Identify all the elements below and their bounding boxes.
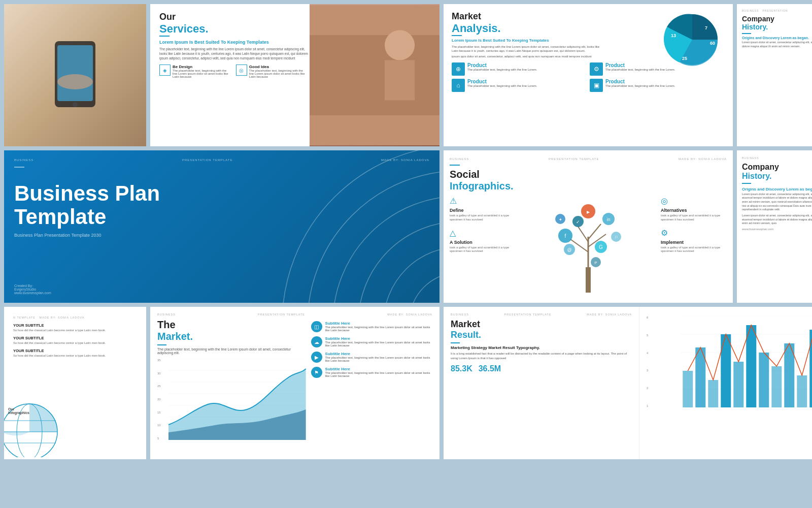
feature-2-desc: The placeholder text, beginning with the… — [249, 69, 309, 78]
slide9-right-item1: ◫ Subtitle Here The placeholder text, be… — [311, 321, 432, 332]
slide6-right: ◎ Alternatives took a galley of type and… — [661, 196, 727, 298]
slide6-content: ⚠ Define took a galley of type and scram… — [450, 196, 727, 298]
product-3-icon: ⌂ — [452, 79, 465, 92]
slide10-right: 6 5 4 3 2 1 — [639, 307, 812, 459]
slide6-separator — [450, 165, 460, 166]
svg-text:60: 60 — [710, 41, 715, 46]
slide-infographics-partial: N TEMPLATE MADE BY: SONIA LADOVA YOUR SU… — [4, 307, 146, 459]
svg-text:✦: ✦ — [559, 217, 562, 222]
svg-rect-72 — [708, 380, 719, 407]
slide7-bar — [742, 183, 751, 184]
define-icon: ⚠ — [450, 196, 516, 206]
slide10-y-labels: 6 5 4 3 2 1 — [647, 316, 650, 407]
slide-business-plan: BUSINESS PRESENTATION TEMPLATE MADE BY: … — [4, 150, 439, 303]
svg-text:G: G — [599, 244, 603, 250]
services-body: The placeholder text, beginning with the… — [159, 47, 309, 60]
slide5-title1: Business Plan — [14, 181, 160, 205]
slide9-layout: The Market. The placeholder text, beginn… — [157, 319, 432, 450]
slide-social-infographics: BUSINESS PRESENTATION TEMPLATE MADE BY: … — [444, 150, 733, 303]
svg-text:25: 25 — [682, 56, 687, 61]
slide9-right-item2: ☁ Subtitle Here The placeholder text, be… — [311, 336, 432, 347]
slide9-rtext1: The placeholder text, beginning with the… — [325, 326, 432, 332]
slide8-text2: So how did the classical Latin become ce… — [13, 341, 137, 344]
main-grid: 4 3 2 1 0 Category 1 Category 2 — [0, 0, 812, 508]
slide9-icon2: ☁ — [311, 336, 322, 347]
slide8-title2: YOUR SUBTITLE — [13, 336, 137, 340]
slide9-icon3: ▶ — [311, 352, 322, 363]
our-infographics-label: OurInfographics — [8, 407, 29, 415]
slide4-content: BUSINESS PRESENTATION Company History. O… — [737, 4, 812, 54]
slide8-item2: YOUR SUBTITLE So how did the classical L… — [13, 336, 137, 344]
slide10-header2: Result. — [451, 330, 632, 340]
services-title: Services. — [159, 22, 309, 36]
slide10-header1: Market — [451, 319, 632, 330]
svg-text:▶: ▶ — [587, 210, 590, 214]
slide5-creator: EvigeryStudio — [14, 288, 429, 291]
feature-1-icon: ◈ — [159, 65, 171, 76]
svg-point-6 — [384, 30, 414, 60]
feature-1: ◈ Be Design The placeholder text, beginn… — [159, 65, 232, 78]
slide10-label2: PRESENTATION TEMPLATE — [504, 313, 552, 316]
slide8-title3: YOUR SUBTITLE — [13, 348, 137, 353]
bar-chart-svg — [651, 316, 812, 407]
slide4-header2: History. — [742, 23, 812, 31]
slide9-rtitle2: Subtitle Here — [325, 336, 432, 341]
svg-line-24 — [588, 224, 601, 239]
solution-text: took a galley of type and scrambled it a… — [450, 246, 516, 254]
slide9-chart-section: The Market. The placeholder text, beginn… — [157, 319, 306, 450]
slide9-rtitle1: Subtitle Here — [325, 321, 432, 326]
define-text: took a galley of type and scrambled it a… — [450, 214, 516, 222]
define-title: Define — [450, 208, 516, 213]
slide-company-history: BUSINESS PRESENTATION Company History. O… — [737, 150, 812, 303]
slide5-bottom: Created By: EvigeryStudio www.businesspl… — [14, 284, 429, 295]
slide9-icon4: ⚑ — [311, 367, 322, 378]
slide7-subtitle: Origins and Discovery Lorem as began. — [742, 187, 812, 192]
svg-point-2 — [73, 102, 78, 107]
slide5-title: Business Plan Template — [14, 182, 429, 229]
infographic-alternatives: ◎ Alternatives took a galley of type and… — [661, 196, 727, 222]
services-content: Our Services. Lorem Ipsum Is Best Suited… — [159, 12, 309, 78]
slide9-area-chart — [168, 359, 306, 440]
slide10-label3: MADE BY: SONIA LADOVA — [587, 313, 632, 316]
services-photo — [310, 4, 440, 146]
slide9-topbar: BUSINESS PRESENTATION TEMPLATE MADE BY: … — [157, 313, 432, 316]
slide9-header2: Market. — [157, 331, 306, 342]
svg-rect-76 — [759, 353, 769, 407]
slide7-body2: Lorem ipsum dolor sit amet, consectetur … — [742, 214, 812, 226]
slide8-item3: YOUR SUBTITLE So how did the classical L… — [13, 348, 137, 357]
slide7-topbar: BUSINESS PRESENTATION — [742, 156, 812, 160]
slide5-label2: PRESENTATION TEMPLATE — [182, 158, 233, 162]
slide-the-market: BUSINESS PRESENTATION TEMPLATE MADE BY: … — [150, 307, 439, 459]
slide8-title1: YOUR SUBTITLE — [13, 323, 137, 328]
pie-chart-area: 7 60 25 13 — [662, 9, 728, 75]
svg-text:13: 13 — [671, 33, 676, 38]
slide5-label1: BUSINESS — [14, 158, 33, 162]
product-4-text: The placeholder text, beginning with the… — [605, 84, 675, 88]
svg-text:7: 7 — [705, 25, 707, 30]
slide4-topbar: BUSINESS PRESENTATION — [742, 9, 812, 12]
implement-title: Implement — [661, 240, 727, 245]
slide5-subtitle: Business Plan Presentation Template 2030 — [14, 233, 429, 238]
slide9-body: The placeholder text, beginning with the… — [157, 347, 306, 355]
product-4-content: Product The placeholder text, beginning … — [605, 79, 675, 88]
services-features: ◈ Be Design The placeholder text, beginn… — [159, 65, 309, 78]
product-1-text: The placeholder text, beginning with the… — [467, 68, 537, 72]
svg-rect-5 — [310, 35, 440, 115]
slide4-body: Lorem ipsum dolor sit amet, consectetur … — [742, 41, 812, 48]
feature-2-icon: ◎ — [236, 65, 247, 76]
product-1-title: Product — [467, 62, 537, 68]
slide5-separator — [14, 167, 24, 168]
svg-rect-79 — [797, 375, 807, 407]
svg-point-3 — [57, 74, 93, 89]
svg-rect-7 — [384, 60, 414, 100]
slide9-rtext2: The placeholder text, beginning with the… — [325, 341, 432, 347]
services-our: Our — [159, 12, 309, 22]
slide8-topbar: N TEMPLATE MADE BY: SONIA LADOVA — [9, 312, 141, 319]
feature-2-title: Good Idea — [249, 65, 309, 69]
svg-rect-1 — [57, 45, 93, 101]
slide4-bar — [742, 33, 751, 34]
svg-text:✓: ✓ — [576, 219, 580, 225]
slide7-header1: Company — [742, 163, 812, 172]
svg-line-23 — [578, 227, 588, 242]
slide6-label1: BUSINESS — [450, 157, 469, 161]
